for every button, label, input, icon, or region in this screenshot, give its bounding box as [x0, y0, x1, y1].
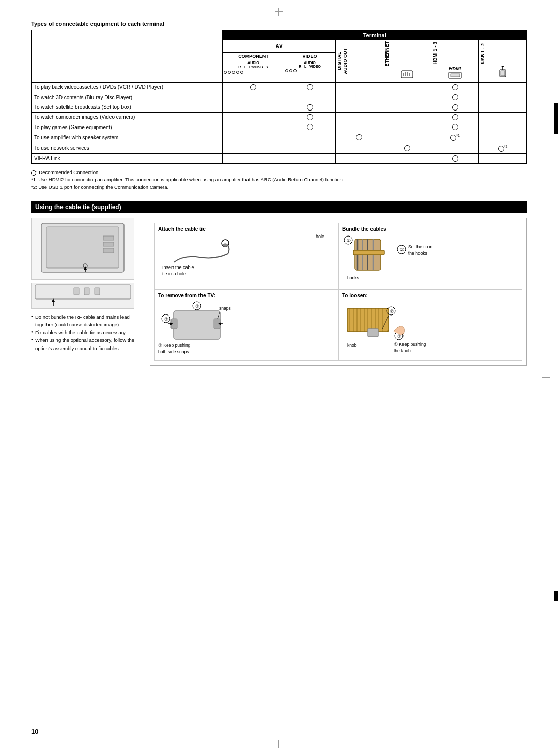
corner-mark-tl: [8, 8, 18, 18]
svg-point-26: [223, 244, 228, 247]
svg-rect-13: [103, 236, 114, 240]
svg-rect-46: [174, 311, 220, 339]
svg-rect-19: [35, 285, 131, 299]
svg-rect-47: [171, 319, 177, 329]
video-cell-1: [284, 92, 335, 102]
crosshair-bottom: [275, 740, 283, 748]
corner-mark-tr: [540, 8, 550, 18]
svg-text:① Keep pushing: ① Keep pushing: [394, 342, 426, 347]
usb-cell-0: [479, 82, 527, 92]
usb-cell-4: [479, 122, 527, 132]
digital-cell-1: [335, 92, 383, 102]
video-cell-6: [284, 143, 335, 154]
usb-cell-2: [479, 102, 527, 112]
svg-rect-12: [47, 227, 119, 268]
digital-cell-5: [335, 132, 383, 143]
ethernet-cell-3: [383, 112, 431, 122]
digital-cell-7: [335, 153, 383, 163]
hdmi-cell-5: *1: [431, 132, 479, 143]
ethernet-cell-7: [383, 153, 431, 163]
component-cell-1: [223, 92, 284, 102]
cable-tie-body: Do not bundle the RF cable and mains lea…: [31, 218, 527, 366]
footnote-circle: : Recommended Connection: [31, 169, 527, 176]
svg-text:hooks: hooks: [347, 275, 359, 280]
svg-rect-67: [368, 329, 378, 337]
remove-title: To remove from the TV:: [158, 293, 335, 298]
digital-cell-2: [335, 102, 383, 112]
component-cell-5: [223, 132, 284, 143]
svg-text:① Keep pushing: ① Keep pushing: [158, 343, 191, 348]
attach-title: Attach the cable tie: [158, 226, 335, 232]
svg-rect-36: [353, 250, 384, 255]
svg-text:the knob: the knob: [394, 348, 411, 353]
feature-cell-7: VIERA Link: [32, 153, 223, 163]
svg-rect-48: [214, 319, 220, 329]
hdmi-cell-4: [431, 122, 479, 132]
svg-rect-14: [103, 242, 114, 246]
svg-text:tie in a hole: tie in a hole: [162, 271, 186, 276]
usb-header: USB 1 - 2: [480, 43, 486, 64]
video-cell-0: [284, 82, 335, 92]
loosen-title: To loosen:: [342, 293, 519, 298]
attach-diagram: Attach the cable tie hole Insert the cab…: [154, 223, 338, 289]
feature-cell-0: To play back videocassettes / DVDs (VCR …: [32, 82, 223, 92]
tv-stand-diagram: [31, 283, 134, 309]
crosshair-top: [275, 8, 283, 16]
svg-rect-20: [74, 288, 79, 295]
usb-cell-7: [479, 153, 527, 163]
hdmi-cell-2: [431, 102, 479, 112]
svg-text:①: ①: [195, 304, 199, 309]
ethernet-cell-4: [383, 122, 431, 132]
hdmi-cell-1: [431, 92, 479, 102]
footnote-1: *1: Use HDMI2 for connecting an amplifie…: [31, 176, 527, 183]
feature-cell-3: To watch camcorder images (Video camera): [32, 112, 223, 122]
svg-text:②: ②: [164, 317, 168, 322]
video-cell-3: [284, 112, 335, 122]
loosen-diagram: To loosen:: [338, 289, 522, 361]
svg-text:Set the tip in: Set the tip in: [408, 244, 433, 249]
page-number: 10: [31, 728, 38, 735]
ethernet-cell-6: [383, 143, 431, 154]
svg-rect-22: [95, 288, 100, 295]
hdmi-icon: HDMI: [432, 66, 478, 71]
component-ports: AUDIO R L Pb/Cb/B Y: [224, 61, 283, 74]
video-cell-5: [284, 132, 335, 143]
corner-mark-br: [540, 738, 550, 748]
hdmi-cell-0: [431, 82, 479, 92]
terminal-header: Terminal: [223, 30, 527, 40]
video-cell-2: [284, 102, 335, 112]
usb-cell-1: [479, 92, 527, 102]
footnotes: : Recommended Connection *1: Use HDMI2 f…: [31, 169, 527, 191]
ethernet-cell-0: [383, 82, 431, 92]
hdmi-cell-3: [431, 112, 479, 122]
section-title: Types of connectable equipment to each t…: [31, 21, 527, 27]
component-cell-3: [223, 112, 284, 122]
svg-text:the hooks: the hooks: [408, 250, 427, 256]
crosshair-right: [542, 374, 550, 382]
svg-rect-21: [84, 288, 89, 295]
feature-cell-1: To watch 3D contents (Blu-ray Disc Playe…: [32, 92, 223, 102]
digital-cell-0: [335, 82, 383, 92]
usb-cell-5: [479, 132, 527, 143]
component-header: COMPONENT AUDIO R L Pb/Cb/B Y: [223, 52, 284, 82]
right-bar-bottom: [554, 591, 558, 601]
cable-tie-bullets: Do not bundle the RF cable and mains lea…: [31, 313, 145, 352]
ethernet-cell-2: [383, 102, 431, 112]
footnote-2: *2: Use USB 1 port for connecting the Co…: [31, 184, 527, 191]
feature-cell-2: To watch satellite broadcasts (Set top b…: [32, 102, 223, 112]
svg-text:both side snaps: both side snaps: [158, 349, 189, 354]
digital-audio-header: DIGITALAUDIO OUT: [337, 48, 348, 74]
video-ports: AUDIO R L VIDEO: [285, 61, 334, 72]
usb-cell-6: *2: [479, 143, 527, 154]
video-cell-7: [284, 153, 335, 163]
svg-text:①: ①: [347, 238, 351, 243]
ethernet-cell-1: [383, 92, 431, 102]
digital-cell-4: [335, 122, 383, 132]
cable-tie-instructions: Attach the cable tie hole Insert the cab…: [150, 218, 527, 366]
usb-icon: [480, 66, 525, 79]
remove-diagram: To remove from the TV: ① ②: [154, 289, 338, 361]
bundle-title: Bundle the cables: [342, 226, 519, 232]
hdmi-header: HDMI 1 - 3: [432, 42, 438, 65]
cable-tie-header: Using the cable tie (supplied): [31, 201, 527, 213]
component-cell-0: [223, 82, 284, 92]
